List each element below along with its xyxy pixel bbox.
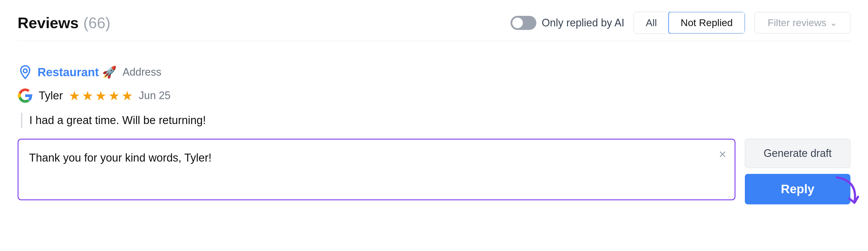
google-logo-icon xyxy=(18,88,33,103)
star-1: ★ xyxy=(69,88,80,103)
resize-handle-icon: ⌟ xyxy=(727,192,733,198)
filter-buttons-group: All Not Replied xyxy=(634,12,745,34)
review-text: I had a great time. Will be returning! xyxy=(29,114,206,126)
review-date: Jun 25 xyxy=(139,89,170,102)
reviewer-row: Tyler ★ ★ ★ ★ ★ Jun 25 xyxy=(18,88,850,103)
reply-textarea-wrapper: × ⌟ xyxy=(18,139,736,200)
header-row: Reviews (66) Only replied by AI All Not … xyxy=(18,12,850,41)
filter-reviews-label: Filter reviews xyxy=(768,17,826,28)
star-2: ★ xyxy=(82,88,93,103)
reviews-count: (66) xyxy=(83,14,110,32)
reviewer-name: Tyler xyxy=(39,89,63,102)
location-name: Restaurant 🚀 xyxy=(37,65,117,79)
arrow-decoration xyxy=(830,174,865,210)
review-card: Restaurant 🚀 Address Tyler ★ ★ ★ ★ ★ Jun… xyxy=(18,53,850,216)
star-4: ★ xyxy=(108,88,120,103)
location-pin-icon xyxy=(18,64,33,80)
reply-actions: Generate draft Reply xyxy=(745,139,850,205)
page-title: Reviews xyxy=(18,14,79,32)
star-5: ★ xyxy=(121,88,133,103)
toggle-group: Only replied by AI xyxy=(510,16,624,30)
page-container: Reviews (66) Only replied by AI All Not … xyxy=(0,0,868,251)
header-right: Only replied by AI All Not Replied Filte… xyxy=(510,12,850,34)
star-3: ★ xyxy=(95,88,106,103)
ai-reply-toggle[interactable] xyxy=(510,16,536,30)
chevron-down-icon: ⌄ xyxy=(830,18,837,28)
filter-reviews-button[interactable]: Filter reviews ⌄ xyxy=(754,12,850,33)
filter-all-button[interactable]: All xyxy=(634,12,669,33)
header-left: Reviews (66) xyxy=(18,14,111,32)
location-row: Restaurant 🚀 Address xyxy=(18,64,850,80)
svg-point-0 xyxy=(24,69,27,73)
toggle-label: Only replied by AI xyxy=(541,17,624,29)
arrow-icon xyxy=(830,174,865,209)
reply-section: × ⌟ Generate draft Reply xyxy=(18,139,850,205)
filter-not-replied-button[interactable]: Not Replied xyxy=(668,12,745,34)
review-text-block: I had a great time. Will be returning! xyxy=(21,113,850,128)
generate-draft-button[interactable]: Generate draft xyxy=(745,139,850,168)
clear-reply-button[interactable]: × xyxy=(719,148,726,161)
star-rating: ★ ★ ★ ★ ★ xyxy=(69,88,133,103)
location-address: Address xyxy=(123,66,161,78)
reply-textarea[interactable] xyxy=(19,139,735,198)
